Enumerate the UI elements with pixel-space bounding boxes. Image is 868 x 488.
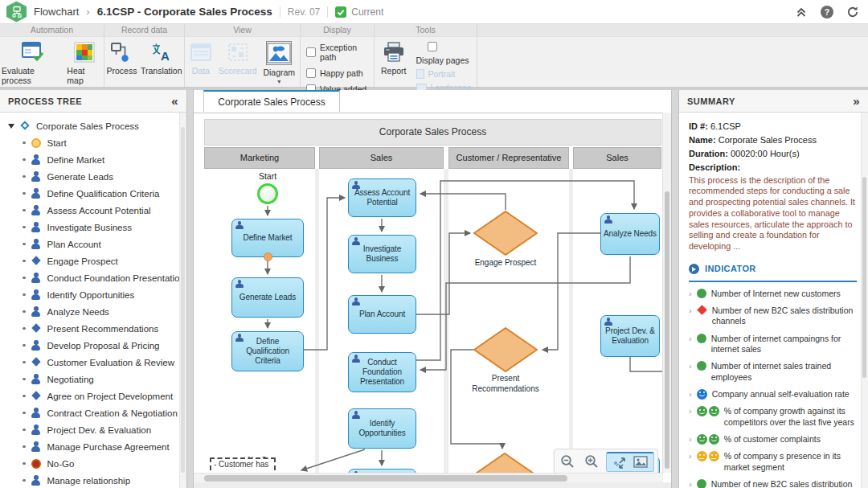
report-button[interactable]: Report [379, 40, 408, 76]
chevron-right-icon[interactable]: › [689, 479, 692, 488]
zoom-in-button[interactable] [582, 452, 601, 471]
person-icon [352, 355, 360, 363]
collapse-panel-icon[interactable]: « [171, 94, 178, 108]
indicator-row[interactable]: › Number of internet campaingns for inte… [689, 334, 857, 355]
tree-item[interactable]: Identify Opportunities [0, 286, 186, 303]
tree-item-label: Agree on Project Development [47, 392, 174, 401]
chevron-right-icon[interactable]: › [689, 289, 692, 298]
person-icon [31, 306, 43, 318]
indicator-row[interactable]: › Company annual self-evaluation rate [689, 389, 857, 400]
task-generate-leads[interactable]: Generate Leads [231, 277, 304, 318]
translation-button[interactable]: A Translation [139, 40, 184, 76]
tree-item[interactable]: Assess Account Potential [0, 202, 186, 219]
happy-path-checkbox[interactable]: Happy path [306, 68, 363, 78]
task-plan-account[interactable]: Plan Account [348, 295, 416, 334]
person-icon [31, 273, 43, 284]
image-view-button[interactable] [633, 453, 649, 472]
indicator-row[interactable]: › % of company s presence in its market … [689, 451, 857, 473]
indicator-row[interactable]: › Number of new B2C sales distribution c… [689, 479, 857, 488]
refresh-icon[interactable] [845, 5, 860, 19]
tree-item[interactable]: Define Market [0, 151, 186, 168]
tree-item[interactable]: No-Go [0, 455, 186, 472]
task-define-qualification-criteria[interactable]: Define Qualification Criteria [231, 331, 304, 371]
task-investigate-business[interactable]: Investigate Business [348, 235, 416, 273]
tree-item[interactable]: Engage Prospect [0, 252, 186, 269]
diagram-dropdown-caret-icon[interactable]: ▾ [277, 80, 280, 84]
summary-scrollbar[interactable] [861, 113, 868, 488]
tree-item[interactable]: Negotiating [0, 371, 186, 388]
tree-scrollbar[interactable] [179, 113, 186, 488]
expand-panel-icon[interactable]: » [853, 94, 860, 108]
diagram-vertical-scrollbar[interactable] [662, 113, 671, 473]
chevron-right-icon[interactable]: › [689, 361, 692, 371]
lane-header-marketing[interactable]: Marketing [204, 147, 315, 169]
tree-item-label: Assess Account Potential [47, 206, 151, 215]
lane-header-sales[interactable]: Sales [319, 147, 444, 169]
tree-item[interactable]: Customer Evaluation & Review [0, 354, 186, 371]
fit-to-screen-button[interactable] [612, 453, 628, 472]
indicator-row[interactable]: › % of company growth against its compet… [689, 406, 857, 428]
task-project-dev-evaluation[interactable]: Project Dev. & Evaluation [600, 315, 660, 357]
exception-path-checkbox[interactable]: Exception path [306, 43, 374, 62]
tree-item[interactable]: Manage relationship [0, 472, 186, 488]
task-define-market[interactable]: Define Market [231, 219, 304, 257]
tab-corporate-sales-process[interactable]: Corporate Sales Process [203, 90, 340, 112]
tree-item-label: Negotiating [47, 375, 94, 384]
tree-item[interactable]: Investigate Business [0, 219, 186, 236]
process-button[interactable]: Process [105, 40, 139, 76]
start-event-node[interactable] [257, 183, 278, 204]
tree-item[interactable]: Project Dev. & Evaluation [0, 421, 186, 438]
button-label: Heat map [67, 66, 102, 85]
task-conduct-foundation-presentation[interactable]: Conduct Foundation Presentation [348, 352, 416, 392]
indicator-section-header[interactable]: INDICATOR [689, 263, 857, 282]
display-pages-checkbox[interactable] [428, 42, 437, 51]
indicator-row[interactable]: › Number of Internet new customers [689, 289, 857, 299]
tree-item[interactable]: Define Qualification Criteria [0, 185, 186, 202]
evaluate-process-button[interactable]: Evaluate process [0, 40, 65, 86]
collapse-ribbon-icon[interactable] [794, 5, 809, 19]
tree-item[interactable]: Contract Creation & Negotiation [0, 404, 186, 421]
indicator-row[interactable]: › Number of new B2C sales distribution c… [689, 306, 857, 327]
green-circle-icon [697, 361, 706, 371]
task-analyze-needs[interactable]: Analyze Needs [600, 213, 660, 255]
indicator-label: % of company growth against its competit… [724, 406, 857, 428]
tree-item[interactable]: Plan Account [0, 236, 186, 252]
indicator-row[interactable]: › Number of internet sales trained emplo… [689, 361, 857, 383]
checkbox-icon [306, 47, 316, 57]
zoom-out-button[interactable] [558, 452, 577, 471]
decision-engage-prospect[interactable] [473, 211, 538, 256]
indicator-row[interactable]: › % of customer complaints [689, 434, 857, 445]
scorecard-button: Scorecard [217, 40, 259, 76]
help-icon[interactable]: ? [821, 6, 833, 18]
chevron-right-icon[interactable]: › [689, 451, 692, 461]
lane-header-customer[interactable]: Customer / Representative [448, 147, 569, 169]
tree-item[interactable]: Conduct Foundation Presentation [0, 269, 186, 286]
chevron-right-icon[interactable]: › [689, 334, 692, 343]
tree-item[interactable]: Generate Leads [0, 168, 186, 185]
tree-item[interactable]: Present Recommendations [0, 320, 186, 337]
person-icon [31, 408, 43, 419]
person-icon [31, 441, 43, 453]
chevron-right-icon[interactable]: › [689, 434, 692, 444]
task-identify-opportunities[interactable]: Identify Opportunities [348, 408, 416, 449]
breadcrumb-flowchart[interactable]: Flowchart [34, 6, 79, 18]
tree-item[interactable]: Analyze Needs [0, 303, 186, 320]
decision-present-recommendations[interactable] [473, 327, 538, 372]
chevron-right-icon[interactable]: › [689, 306, 692, 315]
heat-map-icon [74, 41, 95, 64]
chevron-right-icon[interactable]: › [689, 389, 692, 399]
heat-map-button[interactable]: Heat map [65, 40, 104, 86]
indicator-label: Number of new B2C sales distribution cha… [711, 479, 857, 488]
chevron-right-icon[interactable]: › [689, 406, 692, 416]
lane-header-sales-2[interactable]: Sales [573, 147, 661, 169]
attachment-badge-icon [264, 252, 272, 261]
tree-item[interactable]: Develop Proposal & Pricing [0, 337, 186, 354]
tree-item[interactable]: Manage Purchase Agreement [0, 438, 186, 455]
diagram-button[interactable]: Diagram ▾ [261, 40, 297, 84]
tree-item[interactable]: Start [0, 134, 186, 151]
decision-diamond-icon [31, 391, 43, 402]
tree-item[interactable]: Agree on Project Development [0, 388, 186, 404]
task-assess-account-potential[interactable]: Assess Account Potential [348, 178, 416, 217]
tree-item-root[interactable]: Corporate Sales Process [0, 117, 186, 134]
expand-caret-icon[interactable] [8, 124, 14, 129]
